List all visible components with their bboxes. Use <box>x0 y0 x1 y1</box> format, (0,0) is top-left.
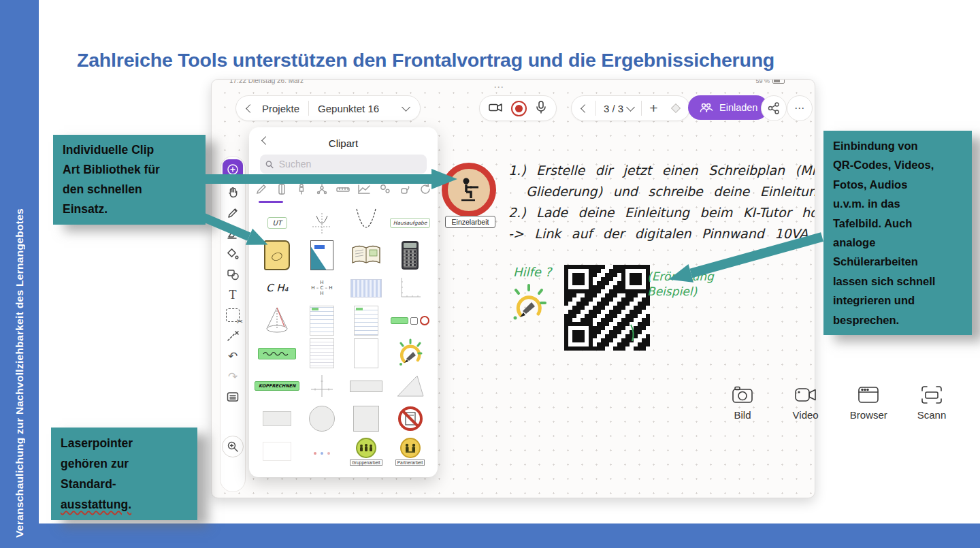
zoom-tool[interactable] <box>222 436 244 457</box>
clipart-item-parabola-curve[interactable] <box>353 208 380 238</box>
clipart-item-ch4-text[interactable]: C H₄ <box>266 282 289 294</box>
search-icon <box>265 160 274 169</box>
callout-media-embedding: Einbindung vonQR-Codes, Videos,Fotos, Au… <box>823 131 972 335</box>
camera-icon <box>732 385 753 404</box>
media-controls-pill <box>479 95 557 121</box>
clipart-item-circle[interactable] <box>309 406 335 432</box>
notebook-chevron-down-icon[interactable] <box>402 103 410 112</box>
clipart-item-blank-page[interactable] <box>354 338 378 368</box>
clipart-item-kopfrechnen-label[interactable]: Kopfrechnen <box>255 381 299 391</box>
clipart-item-empty-chart[interactable] <box>397 275 423 301</box>
clipart-item-yellow-book[interactable] <box>264 240 290 270</box>
redo-button[interactable]: ↷ <box>225 369 240 384</box>
clipart-item-worksheet-list[interactable] <box>354 306 378 336</box>
clipart-item-mini-marks[interactable] <box>312 445 332 457</box>
clipart-item-cone[interactable] <box>262 306 292 336</box>
category-pen-icon[interactable] <box>255 182 268 199</box>
clipart-item-idea-bulb[interactable] <box>396 338 425 368</box>
qr-code <box>564 265 650 351</box>
category-chart-icon[interactable] <box>357 182 372 199</box>
record-button[interactable] <box>511 101 527 116</box>
page-next-button[interactable] <box>665 96 687 120</box>
eraser-tool[interactable] <box>225 226 240 241</box>
category-person-icon[interactable] <box>295 182 308 199</box>
text-tool[interactable]: T <box>225 287 240 302</box>
clipart-item-no-calculator-sign[interactable] <box>397 405 424 432</box>
whiteboard-app-window: 17:22 Dienstag 26. März 59 % Projekte Ge… <box>211 79 815 498</box>
slide-title: Zahlreiche Tools unterstützen den Fronta… <box>77 49 894 71</box>
projects-button[interactable]: Projekte <box>262 103 299 114</box>
clipart-item-methane-structure[interactable]: HH – C – HH <box>311 280 332 296</box>
handwritten-task-text: 1.) Erstelle dir jetzt einen Schreibplan… <box>508 160 815 244</box>
insert-scan-button[interactable]: Scann <box>908 385 956 421</box>
toolbar-handle-dots[interactable]: ⋯ <box>493 81 505 93</box>
back-chevron-icon[interactable] <box>246 104 255 113</box>
clipart-item-method-tags[interactable] <box>391 316 429 325</box>
clipart-item-partnerarbeit-sign[interactable]: Partnerarbeit <box>395 437 425 466</box>
more-options-button[interactable]: ⋯ <box>787 95 813 121</box>
clipart-item-hausaufgabe-label[interactable]: Hausaufgabe <box>390 218 431 228</box>
clipart-item-open-book[interactable] <box>350 243 382 268</box>
search-input[interactable] <box>278 158 421 170</box>
clipart-item-worksheet-notes[interactable] <box>310 306 334 336</box>
insert-tools-row: Bild Video Browser Scann <box>719 385 956 421</box>
pen-tool[interactable] <box>225 206 240 221</box>
clipart-grid: UT Hausaufgabe C H₄ HH – C – HH <box>255 206 432 468</box>
insert-browser-button[interactable]: Browser <box>845 385 892 421</box>
einzelarbeit-sign <box>442 163 496 217</box>
clipart-item-gruppenarbeit-sign[interactable]: Gruppenarbeit <box>350 437 382 466</box>
shapes-tool[interactable] <box>225 267 240 282</box>
clipart-item-triangle[interactable] <box>395 374 425 398</box>
lasso-select-tool[interactable]: ✂ <box>225 308 240 323</box>
plus-icon <box>226 163 240 176</box>
clipart-item-lined-paper[interactable] <box>310 338 334 368</box>
pan-hand-tool[interactable] <box>225 185 240 200</box>
shape-fill-tool[interactable] <box>225 246 240 261</box>
clipart-item-rectangle-small[interactable] <box>263 411 291 426</box>
notebook-title[interactable]: Gepunktet 16 <box>318 103 379 114</box>
invite-button[interactable]: Einladen <box>688 95 768 120</box>
page-indicator[interactable]: 3 / 3 <box>596 96 641 120</box>
clipart-search[interactable] <box>260 155 427 174</box>
laser-pointer-tool[interactable] <box>225 328 240 343</box>
video-icon <box>794 385 817 404</box>
clipart-item-square[interactable] <box>353 406 379 432</box>
insert-image-button[interactable]: Bild <box>719 385 766 421</box>
clipart-panel: Clipart UT Hausau <box>249 127 438 477</box>
clipart-item-parabola-axes[interactable] <box>310 210 334 235</box>
microphone-button[interactable] <box>534 100 548 117</box>
undo-button[interactable]: ↶ <box>225 349 240 364</box>
category-gesture-icon[interactable] <box>398 182 412 199</box>
toolbar-settings-button[interactable] <box>225 389 240 404</box>
category-card-icon[interactable] <box>275 182 289 199</box>
share-button[interactable] <box>761 95 787 121</box>
presentation-slide: Veranschaulichung zur Nachvollziehbarkei… <box>0 0 980 548</box>
status-bar-right: 59 % <box>755 79 785 84</box>
category-atoms-icon[interactable] <box>378 182 392 199</box>
clipart-item-rectangle-wide[interactable] <box>350 381 382 392</box>
invite-label: Einladen <box>719 102 757 113</box>
clipart-item-faint-frame[interactable] <box>263 442 291 461</box>
category-ruler-icon[interactable] <box>336 182 350 199</box>
tool-rail: T ✂ ↶ ↷ <box>220 156 246 492</box>
category-refresh-icon[interactable] <box>419 182 432 199</box>
clipart-item-periodic-table[interactable] <box>350 279 382 297</box>
clipart-item-green-label-handwritten[interactable] <box>258 348 296 359</box>
einzelarbeit-label: Einzelarbeit <box>445 216 495 228</box>
tool-label: Browser <box>850 409 887 421</box>
clipart-item-ut-label[interactable]: UT <box>267 217 287 229</box>
page-prev-button[interactable] <box>574 96 595 120</box>
category-molecule-icon[interactable] <box>315 182 329 199</box>
clipart-category-row <box>255 180 432 201</box>
add-content-button[interactable] <box>223 159 243 180</box>
hilfe-text: Hilfe ? <box>513 265 551 279</box>
video-camera-button[interactable] <box>488 100 504 117</box>
active-category-underline <box>259 201 283 203</box>
clipart-item-calculator[interactable] <box>402 241 419 270</box>
add-page-button[interactable]: + <box>642 96 665 120</box>
tool-label: Scann <box>917 409 947 421</box>
panel-back-button[interactable] <box>261 136 270 145</box>
insert-video-button[interactable]: Video <box>782 385 830 421</box>
clipart-item-blue-folder[interactable] <box>310 240 333 270</box>
clipart-item-coordinate-axes[interactable] <box>309 373 335 399</box>
